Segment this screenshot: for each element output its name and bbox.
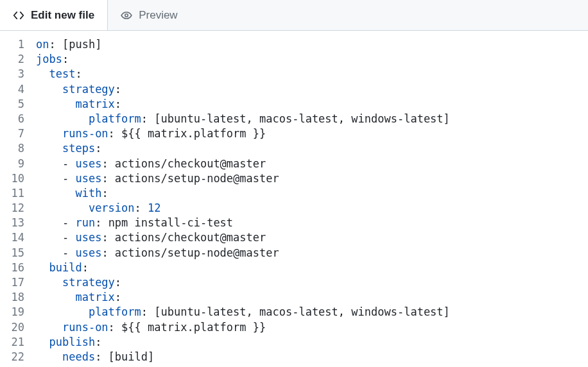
yaml-key: matrix — [75, 98, 114, 110]
yaml-dash: - — [62, 246, 75, 259]
line-number: 10 — [0, 171, 24, 186]
code-line[interactable]: runs-on: ${{ matrix.platform }} — [36, 320, 588, 335]
line-number: 21 — [0, 335, 24, 350]
code-line[interactable]: platform: [ubuntu-latest, macos-latest, … — [36, 305, 588, 320]
code-line[interactable]: matrix: — [36, 97, 588, 112]
yaml-key: publish — [49, 336, 95, 348]
code-line[interactable]: publish: — [36, 335, 588, 350]
code-line[interactable]: on: [push] — [36, 37, 588, 52]
line-number: 2 — [0, 52, 24, 67]
yaml-key: build — [49, 261, 82, 274]
code-line[interactable]: platform: [ubuntu-latest, macos-latest, … — [36, 112, 588, 126]
code-line[interactable]: runs-on: ${{ matrix.platform }} — [36, 126, 588, 141]
yaml-text — [36, 305, 89, 318]
yaml-number: 12 — [148, 201, 160, 214]
code-line[interactable]: - uses: actions/setup-node@master — [36, 246, 588, 260]
yaml-key: uses — [75, 231, 101, 244]
yaml-key: runs-on — [62, 321, 108, 334]
tab-edit-new-file[interactable]: Edit new file — [0, 0, 108, 30]
code-line[interactable]: jobs: — [36, 52, 588, 67]
yaml-text — [36, 201, 89, 214]
yaml-dash: - — [62, 216, 75, 229]
yaml-text — [36, 187, 75, 200]
yaml-text — [36, 261, 49, 274]
yaml-key: uses — [75, 246, 101, 259]
code-editor[interactable]: 12345678910111213141516171819202122 on: … — [0, 31, 588, 364]
code-line[interactable]: with: — [36, 186, 588, 201]
yaml-text — [36, 142, 62, 155]
yaml-text — [36, 291, 75, 303]
yaml-key: matrix — [75, 291, 114, 303]
yaml-key: strategy — [62, 83, 115, 96]
code-line[interactable]: version: 12 — [36, 201, 588, 216]
yaml-key: test — [49, 67, 75, 80]
yaml-text: : [push] — [49, 38, 101, 51]
code-line[interactable]: needs: [build] — [36, 350, 588, 364]
yaml-text — [36, 98, 75, 110]
code-line[interactable]: strategy: — [36, 275, 588, 290]
tab-preview[interactable]: Preview — [108, 0, 190, 30]
yaml-text — [36, 276, 62, 289]
yaml-text: : [ubuntu-latest, macos-latest, windows-… — [141, 112, 450, 125]
yaml-text — [36, 83, 62, 96]
yaml-key: on — [36, 38, 49, 51]
yaml-key: run — [75, 216, 95, 229]
yaml-text: : ${{ matrix.platform }} — [108, 321, 266, 334]
line-number: 13 — [0, 216, 24, 230]
yaml-text — [36, 336, 49, 348]
yaml-text: : — [115, 291, 121, 303]
line-number: 17 — [0, 275, 24, 290]
line-number: 11 — [0, 186, 24, 201]
line-number: 8 — [0, 141, 24, 156]
yaml-text: : — [101, 187, 108, 200]
yaml-key: jobs — [36, 53, 62, 65]
line-number: 22 — [0, 350, 24, 364]
yaml-key: runs-on — [62, 127, 108, 140]
code-line[interactable]: matrix: — [36, 290, 588, 305]
code-line[interactable]: build: — [36, 260, 588, 275]
tab-label: Edit new file — [31, 9, 94, 22]
yaml-text: : — [135, 201, 148, 214]
code-line[interactable]: test: — [36, 67, 588, 81]
yaml-text: : — [75, 67, 82, 80]
eye-icon — [121, 10, 132, 21]
line-number: 12 — [0, 201, 24, 216]
line-number: 1 — [0, 37, 24, 52]
yaml-text: : — [95, 336, 101, 348]
yaml-text — [36, 321, 62, 334]
code-line[interactable]: steps: — [36, 141, 588, 156]
yaml-text: : — [115, 276, 121, 289]
yaml-dash: - — [62, 157, 75, 170]
yaml-text: : ${{ matrix.platform }} — [108, 127, 266, 140]
line-number: 16 — [0, 260, 24, 275]
yaml-text: : npm install-ci-test — [95, 216, 233, 229]
line-number: 19 — [0, 305, 24, 320]
line-number: 7 — [0, 126, 24, 141]
yaml-text: : — [115, 83, 121, 96]
yaml-key: with — [75, 187, 101, 200]
yaml-dash: - — [62, 172, 75, 185]
line-number: 9 — [0, 157, 24, 171]
yaml-key: uses — [75, 172, 101, 185]
code-line[interactable]: - uses: actions/checkout@master — [36, 230, 588, 245]
yaml-text: : — [82, 261, 89, 274]
tabs-bar: Edit new file Preview — [0, 0, 588, 31]
code-line[interactable]: - uses: actions/setup-node@master — [36, 171, 588, 186]
code-content[interactable]: on: [push]jobs: test: strategy: matrix: … — [36, 37, 588, 364]
svg-point-0 — [125, 13, 128, 17]
yaml-key: steps — [62, 142, 95, 155]
code-icon — [13, 10, 24, 21]
yaml-key: needs — [62, 350, 95, 363]
yaml-text — [36, 216, 62, 229]
yaml-text — [36, 350, 62, 363]
code-line[interactable]: - uses: actions/checkout@master — [36, 157, 588, 171]
yaml-text — [36, 246, 62, 259]
code-line[interactable]: - run: npm install-ci-test — [36, 216, 588, 230]
yaml-text — [36, 67, 49, 80]
line-number-gutter: 12345678910111213141516171819202122 — [0, 37, 36, 364]
yaml-key: version — [89, 201, 135, 214]
yaml-dash: - — [62, 231, 75, 244]
line-number: 15 — [0, 246, 24, 260]
code-line[interactable]: strategy: — [36, 82, 588, 97]
yaml-text: : [build] — [95, 350, 154, 363]
